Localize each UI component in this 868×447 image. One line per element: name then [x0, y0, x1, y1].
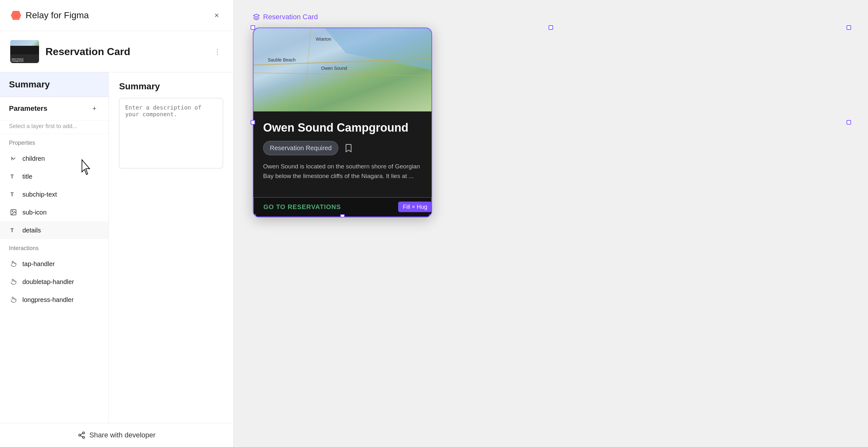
parameters-label: Parameters: [9, 105, 48, 113]
card-footer: GO TO RESERVATIONS Fill × Hug: [253, 197, 431, 217]
selection-handle-tc: [549, 25, 553, 30]
reservation-card: Owen Sound Sauble Beach Wiarton Owen Sou…: [253, 28, 432, 217]
share-with-developer-button[interactable]: Share with developer: [78, 431, 156, 439]
component-thumbnail: Owen SoundCampground: [10, 40, 39, 63]
share-button-label: Share with developer: [89, 431, 156, 439]
interaction-item-tap[interactable]: tap-handler: [0, 255, 108, 273]
interaction-label-longpress: longpress-handler: [22, 296, 73, 303]
selection-handle-br: [429, 214, 432, 217]
interactions-group-label: Interactions: [0, 239, 108, 255]
property-label-subchip-text: subchip-text: [22, 191, 57, 198]
summary-panel-title: Summary: [119, 81, 223, 92]
children-icon: [9, 154, 18, 163]
card-wrapper: Owen Sound Sauble Beach Wiarton Owen Sou…: [253, 28, 849, 217]
svg-point-8: [83, 437, 85, 438]
title-icon: T: [9, 172, 18, 181]
longpress-handler-icon: [9, 295, 18, 304]
svg-point-7: [79, 434, 81, 436]
map-road-3: [303, 28, 311, 111]
parameters-section: Parameters +: [0, 97, 108, 120]
fill-hug-badge: Fill × Hug: [398, 202, 432, 212]
subchip-text-icon: T: [9, 190, 18, 199]
interaction-label-doubletap: doubletap-handler: [22, 278, 74, 286]
share-icon: [78, 431, 86, 439]
selection-handle-mr: [846, 120, 851, 124]
thumbnail-text: Owen SoundCampground: [11, 58, 23, 62]
svg-text:T: T: [10, 191, 14, 197]
property-label-children: children: [22, 155, 45, 162]
sub-icon-icon: [9, 208, 18, 217]
tap-handler-icon: [9, 259, 18, 268]
app-header: Relay for Figma ×: [0, 0, 233, 31]
left-column: Summary Parameters + Select a layer firs…: [0, 72, 109, 447]
svg-text:T: T: [10, 174, 14, 179]
select-hint: Select a layer first to add...: [0, 120, 108, 134]
selection-handle-tr: [846, 25, 851, 30]
close-button[interactable]: ×: [210, 9, 223, 22]
map-road-2: [253, 72, 431, 76]
properties-group-label: Properties: [0, 134, 108, 150]
figma-component-icon: [253, 13, 260, 21]
component-header: Owen SoundCampground Reservation Card ⋮: [0, 31, 233, 72]
card-content: Owen Sound Campground Reservation Requir…: [253, 112, 431, 197]
property-item-details[interactable]: T details: [0, 221, 108, 239]
relay-logo-icon: [10, 9, 22, 21]
component-label-row: Reservation Card: [253, 13, 849, 21]
selection-handle-bc: [340, 214, 345, 217]
map-water-area: [324, 28, 431, 70]
component-header-left: Owen SoundCampground Reservation Card: [10, 40, 130, 63]
panel-body: Summary Parameters + Select a layer firs…: [0, 72, 233, 447]
property-label-details: details: [22, 227, 41, 234]
svg-point-6: [83, 432, 85, 434]
selection-handle-ml: [251, 120, 255, 124]
go-to-reservations-text[interactable]: GO TO RESERVATIONS: [264, 203, 341, 211]
selection-handle-bl: [253, 214, 256, 217]
component-name: Reservation Card: [45, 46, 130, 58]
share-btn-row: Share with developer: [0, 423, 233, 447]
more-options-button[interactable]: ⋮: [212, 46, 223, 57]
card-map-image: Owen Sound Sauble Beach Wiarton: [253, 28, 431, 112]
svg-text:T: T: [10, 227, 14, 233]
summary-tab[interactable]: Summary: [0, 72, 108, 97]
property-label-title: title: [22, 173, 32, 180]
property-item-subchip-text[interactable]: T subchip-text: [0, 185, 108, 203]
left-panel: Relay for Figma × Owen SoundCampground R…: [0, 0, 234, 447]
card-description: Owen Sound is located on the southern sh…: [263, 162, 422, 181]
property-item-sub-icon[interactable]: sub-icon: [0, 203, 108, 221]
map-label-wiarton: Wiarton: [316, 36, 331, 41]
details-icon: T: [9, 226, 18, 235]
svg-line-9: [81, 436, 83, 437]
app-title: Relay for Figma: [26, 10, 89, 21]
interaction-item-longpress[interactable]: longpress-handler: [0, 291, 108, 309]
reservation-badge: Reservation Required: [263, 141, 338, 155]
right-panel: Reservation Card Owen Sound Sauble Beach…: [234, 0, 868, 447]
map-label-owen: Owen Sound: [321, 66, 347, 71]
add-parameter-button[interactable]: +: [89, 103, 99, 114]
card-title: Owen Sound Campground: [263, 121, 422, 135]
preview-component-label: Reservation Card: [263, 13, 318, 21]
interaction-label-tap: tap-handler: [22, 260, 55, 268]
interaction-item-doubletap[interactable]: doubletap-handler: [0, 273, 108, 291]
property-item-children[interactable]: children: [0, 150, 108, 168]
map-label-sauble: Sauble Beach: [268, 57, 296, 62]
svg-point-4: [12, 211, 13, 212]
card-badges: Reservation Required: [263, 141, 422, 155]
property-item-title[interactable]: T title: [0, 168, 108, 185]
doubletap-handler-icon: [9, 277, 18, 286]
svg-line-10: [81, 434, 83, 435]
bookmark-icon[interactable]: [343, 143, 354, 154]
property-label-sub-icon: sub-icon: [22, 209, 47, 216]
app-header-left: Relay for Figma: [10, 9, 89, 21]
summary-textarea[interactable]: [119, 98, 223, 169]
summary-column: Summary: [109, 72, 233, 447]
